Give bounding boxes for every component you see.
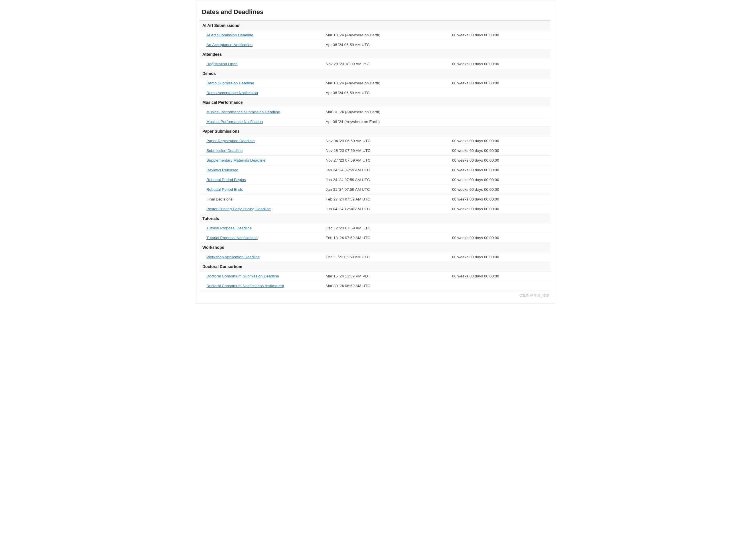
- deadline-link[interactable]: Poster Printing Early Pricing Deadline: [206, 207, 271, 211]
- deadline-date: Mar 10 '24 (Anywhere on Earth): [319, 78, 445, 88]
- deadline-date: Jun 04 '24 12:00 AM UTC: [319, 204, 445, 214]
- deadline-link[interactable]: Rebuttal Period Begins: [206, 178, 246, 182]
- deadline-countdown: 00 weeks 00 days 00:00:00: [445, 155, 551, 165]
- deadline-date: Mar 10 '24 (Anywhere on Earth): [319, 30, 445, 40]
- category-row: Paper Submissions: [199, 127, 551, 136]
- table-row: AI Art Submission DeadlineMar 10 '24 (An…: [199, 30, 551, 40]
- deadline-link[interactable]: Tutorial Proposal Notifications: [206, 236, 258, 240]
- category-row: Musical Performance: [199, 98, 551, 107]
- deadline-countdown: 00 weeks 00 days 00:00:00: [445, 30, 551, 40]
- deadline-link[interactable]: Tutorial Proposal Deadline: [206, 226, 252, 230]
- deadline-date: Mar 30 '24 06:59 AM UTC: [319, 281, 445, 291]
- category-row: AI Art Submissions: [199, 21, 551, 30]
- deadline-date: Feb 13 '24 07:59 AM UTC: [319, 233, 445, 243]
- deadline-countdown: 00 weeks 00 days 00:00:00: [445, 59, 551, 69]
- deadline-date: Mar 31 '24 (Anywhere on Earth): [319, 107, 445, 117]
- deadline-link[interactable]: Paper Registration Deadline: [206, 139, 255, 143]
- category-row: Attendees: [199, 50, 551, 59]
- deadline-link[interactable]: Supplementary Materials Deadline: [206, 158, 265, 163]
- deadline-countdown: [445, 281, 551, 291]
- category-row: Demos: [199, 69, 551, 78]
- category-row: Workshops: [199, 243, 551, 252]
- deadline-link[interactable]: Musical Performance Submission Deadline: [206, 110, 280, 114]
- deadline-countdown: [445, 223, 551, 233]
- deadline-countdown: [445, 88, 551, 98]
- category-label: AI Art Submissions: [199, 21, 551, 30]
- table-row: Reviews ReleasedJan 24 '24 07:59 AM UTC0…: [199, 165, 551, 175]
- deadline-name: Final Decisions: [199, 194, 319, 204]
- table-row: Registration OpenNov 28 '23 10:00 AM PST…: [199, 59, 551, 69]
- table-row: Art Acceptance NotificationApr 08 '24 06…: [199, 40, 551, 50]
- category-row: Tutorials: [199, 214, 551, 223]
- category-label: Attendees: [199, 50, 551, 59]
- watermark: CSDN @学步_技术: [199, 291, 551, 298]
- table-row: Doctoral Consortium Submission DeadlineM…: [199, 271, 551, 281]
- page-container: Dates and Deadlines AI Art SubmissionsAI…: [195, 0, 555, 304]
- deadline-link[interactable]: AI Art Submission Deadline: [206, 33, 253, 37]
- deadline-date: Jan 24 '24 07:59 AM UTC: [319, 165, 445, 175]
- deadline-countdown: 00 weeks 00 days 00:00:00: [445, 204, 551, 214]
- deadline-link[interactable]: Doctoral Consortium Notifications (estim…: [206, 284, 284, 288]
- table-row: Demo Acceptance NotificationApr 08 '24 0…: [199, 88, 551, 98]
- table-row: Tutorial Proposal NotificationsFeb 13 '2…: [199, 233, 551, 243]
- deadline-countdown: 00 weeks 00 days 00:00:00: [445, 136, 551, 146]
- table-row: Final DecisionsFeb 27 '24 07:59 AM UTC00…: [199, 194, 551, 204]
- table-row: Poster Printing Early Pricing DeadlineJu…: [199, 204, 551, 214]
- table-row: Musical Performance Submission DeadlineM…: [199, 107, 551, 117]
- table-row: Workshop Application DeadlineOct 11 '23 …: [199, 252, 551, 262]
- deadline-link[interactable]: Demo Acceptance Notification: [206, 91, 258, 95]
- deadline-countdown: 00 weeks 00 days 00:00:00: [445, 78, 551, 88]
- table-row: Doctoral Consortium Notifications (estim…: [199, 281, 551, 291]
- deadline-date: Nov 04 '23 06:59 AM UTC: [319, 136, 445, 146]
- deadline-countdown: [445, 117, 551, 127]
- table-row: Demo Submission DeadlineMar 10 '24 (Anyw…: [199, 78, 551, 88]
- deadline-link[interactable]: Demo Submission Deadline: [206, 81, 254, 85]
- deadline-date: Nov 27 '23 07:59 AM UTC: [319, 155, 445, 165]
- deadline-countdown: 00 weeks 00 days 00:00:00: [445, 146, 551, 155]
- category-label: Musical Performance: [199, 98, 551, 107]
- deadline-date: Feb 27 '24 07:59 AM UTC: [319, 194, 445, 204]
- deadline-countdown: 00 weeks 00 days 00:00:00: [445, 271, 551, 281]
- table-row: Supplementary Materials DeadlineNov 27 '…: [199, 155, 551, 165]
- deadline-countdown: 00 weeks 00 days 00:00:00: [445, 185, 551, 194]
- table-row: Paper Registration DeadlineNov 04 '23 06…: [199, 136, 551, 146]
- deadline-link[interactable]: Reviews Released: [206, 168, 238, 172]
- deadline-date: Apr 08 '24 (Anywhere on Earth): [319, 117, 445, 127]
- deadline-date: Nov 28 '23 10:00 AM PST: [319, 59, 445, 69]
- page-title: Dates and Deadlines: [199, 5, 551, 21]
- category-label: Doctoral Consortium: [199, 262, 551, 271]
- table-row: Rebuttal Period EndsJan 31 '24 07:59 AM …: [199, 185, 551, 194]
- deadline-countdown: 00 weeks 00 days 00:00:00: [445, 194, 551, 204]
- table-row: Rebuttal Period BeginsJan 24 '24 07:59 A…: [199, 175, 551, 185]
- deadline-link[interactable]: Submission Deadline: [206, 148, 243, 153]
- table-row: Musical Performance NotificationApr 08 '…: [199, 117, 551, 127]
- table-row: Submission DeadlineNov 18 '23 07:59 AM U…: [199, 146, 551, 155]
- deadline-date: Apr 08 '24 06:59 AM UTC: [319, 88, 445, 98]
- deadline-countdown: 00 weeks 00 days 00:00:00: [445, 165, 551, 175]
- table-row: Tutorial Proposal DeadlineDec 12 '23 07:…: [199, 223, 551, 233]
- deadline-date: Oct 11 '23 06:59 AM UTC: [319, 252, 445, 262]
- deadline-link[interactable]: Musical Performance Notification: [206, 120, 263, 124]
- deadline-date: Jan 24 '24 07:59 AM UTC: [319, 175, 445, 185]
- deadline-date: Apr 08 '24 06:59 AM UTC: [319, 40, 445, 50]
- deadline-date: Jan 31 '24 07:59 AM UTC: [319, 185, 445, 194]
- deadline-link[interactable]: Registration Open: [206, 62, 238, 66]
- deadline-countdown: 00 weeks 00 days 00:00:00: [445, 175, 551, 185]
- deadline-date: Mar 15 '24 11:59 PM PDT: [319, 271, 445, 281]
- deadline-link[interactable]: Rebuttal Period Ends: [206, 187, 243, 192]
- deadline-countdown: 00 weeks 00 days 00:00:00: [445, 252, 551, 262]
- category-label: Paper Submissions: [199, 127, 551, 136]
- category-row: Doctoral Consortium: [199, 262, 551, 271]
- deadline-countdown: [445, 40, 551, 50]
- deadline-countdown: [445, 107, 551, 117]
- deadline-date: Nov 18 '23 07:59 AM UTC: [319, 146, 445, 155]
- deadline-countdown: 00 weeks 00 days 00:00:00: [445, 233, 551, 243]
- deadline-link[interactable]: Art Acceptance Notification: [206, 43, 253, 47]
- deadline-link[interactable]: Workshop Application Deadline: [206, 255, 260, 259]
- category-label: Workshops: [199, 243, 551, 252]
- category-label: Demos: [199, 69, 551, 78]
- category-label: Tutorials: [199, 214, 551, 223]
- deadline-date: Dec 12 '23 07:59 AM UTC: [319, 223, 445, 233]
- deadline-link[interactable]: Doctoral Consortium Submission Deadline: [206, 274, 279, 278]
- dates-table: AI Art SubmissionsAI Art Submission Dead…: [199, 21, 551, 291]
